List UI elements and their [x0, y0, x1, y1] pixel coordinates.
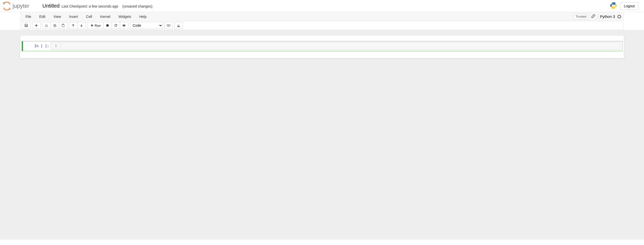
python-logo-icon: [609, 2, 618, 10]
menu-edit[interactable]: Edit: [35, 13, 49, 21]
notebook-container: In [ ]: 1: [20, 36, 624, 58]
paste-button[interactable]: [59, 22, 67, 29]
insert-cell-below-button[interactable]: [32, 22, 41, 29]
title-area: Untitled Last Checkpoint: a few seconds …: [42, 3, 609, 9]
cut-button[interactable]: [42, 22, 51, 29]
svg-point-4: [614, 8, 615, 8]
kernel-idle-icon[interactable]: [618, 15, 621, 18]
menu-file[interactable]: File: [21, 13, 35, 21]
command-palette-button[interactable]: [164, 22, 173, 29]
toolbar: Run Code Markdown Raw NBConvert Heading: [20, 21, 624, 30]
menubar: File Edit View Insert Cell Kernel Widget…: [20, 12, 624, 21]
fast-forward-icon: [122, 24, 126, 27]
header-right: Logout: [609, 2, 641, 10]
unsaved-indicator: (unsaved changes): [122, 4, 152, 8]
svg-point-6: [47, 26, 48, 27]
menu-help[interactable]: Help: [135, 13, 151, 21]
menu-view[interactable]: View: [49, 13, 65, 21]
run-icon: [90, 24, 94, 27]
restart-button[interactable]: [112, 22, 120, 29]
move-down-button[interactable]: [77, 22, 86, 29]
restart-icon: [114, 24, 118, 27]
menu-cell[interactable]: Cell: [82, 13, 96, 21]
edit-mode-icon[interactable]: [591, 14, 595, 19]
menubar-right: Trusted Python 3: [573, 14, 623, 19]
menu-kernel[interactable]: Kernel: [96, 13, 114, 21]
restart-run-all-button[interactable]: [120, 22, 128, 29]
run-button-label: Run: [95, 24, 101, 27]
jupyter-logo-icon: jupyter: [3, 2, 38, 10]
paste-icon: [61, 24, 65, 27]
move-up-button[interactable]: [69, 22, 77, 29]
notebook-background: In [ ]: 1: [0, 30, 644, 240]
cell-type-select[interactable]: Code Markdown Raw NBConvert Heading: [130, 22, 163, 29]
interrupt-button[interactable]: [103, 22, 112, 29]
svg-text:jupyter: jupyter: [12, 3, 29, 9]
notebook-title[interactable]: Untitled: [42, 3, 60, 9]
checkpoint-status: Last Checkpoint: a few seconds ago: [62, 4, 118, 8]
svg-point-5: [45, 26, 46, 27]
svg-rect-11: [106, 24, 109, 27]
run-button[interactable]: Run: [87, 22, 103, 29]
code-editor[interactable]: [61, 43, 620, 50]
logout-button[interactable]: Logout: [620, 2, 638, 10]
jupyter-logo[interactable]: jupyter: [0, 2, 38, 10]
header: jupyter Untitled Last Checkpoint: a few …: [0, 0, 644, 12]
save-button[interactable]: [22, 22, 31, 29]
cell-input-area[interactable]: 1: [51, 42, 620, 50]
line-number-gutter: 1: [51, 43, 61, 50]
kernel-name[interactable]: Python 3: [600, 14, 615, 19]
copy-icon: [53, 24, 57, 27]
trusted-indicator[interactable]: Trusted: [573, 14, 589, 19]
code-cell[interactable]: In [ ]: 1: [22, 41, 622, 51]
plus-icon: [35, 24, 38, 27]
svg-point-1: [9, 8, 11, 10]
copy-button[interactable]: [50, 22, 59, 29]
save-icon: [24, 24, 28, 27]
menu-insert[interactable]: Insert: [65, 13, 82, 21]
svg-rect-9: [62, 24, 64, 27]
menubar-wrap: File Edit View Insert Cell Kernel Widget…: [20, 12, 624, 30]
kernel-indicator: Python 3: [598, 14, 621, 19]
menu-widgets[interactable]: Widgets: [114, 13, 135, 21]
stop-icon: [106, 24, 109, 27]
chart-button[interactable]: [174, 22, 183, 29]
keyboard-icon: [167, 24, 170, 27]
svg-rect-7: [54, 24, 56, 26]
arrow-down-icon: [80, 24, 83, 27]
arrow-up-icon: [71, 24, 75, 27]
bar-chart-icon: [177, 24, 180, 27]
cut-icon: [45, 24, 48, 27]
svg-rect-8: [54, 25, 56, 27]
cell-input-prompt: In [ ]:: [23, 42, 51, 50]
svg-point-3: [612, 3, 612, 3]
